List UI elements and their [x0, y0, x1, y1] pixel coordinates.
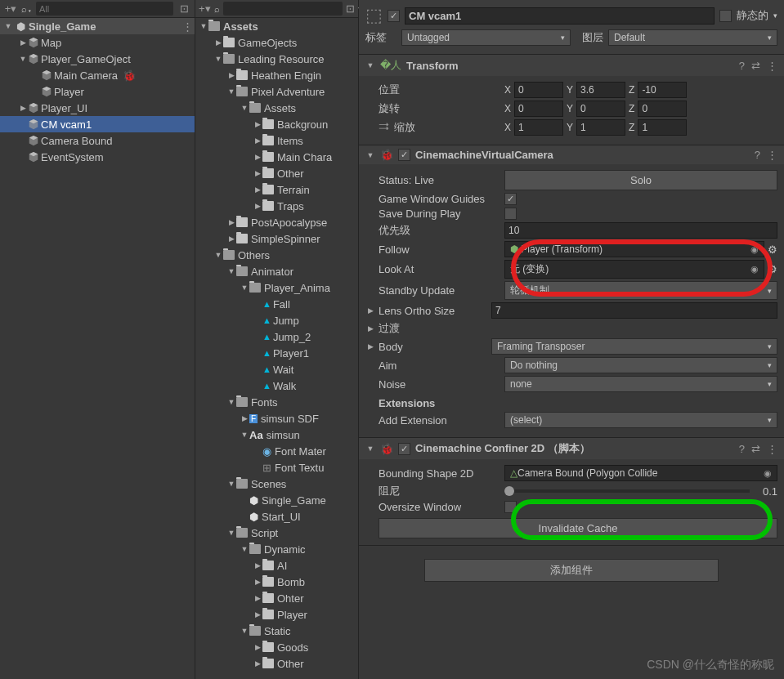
chevron-icon[interactable]: ▼ [240, 284, 249, 292]
hierarchy-search[interactable] [36, 2, 173, 16]
project-item[interactable]: ▼Fonts [195, 394, 358, 410]
damping-slider[interactable] [504, 489, 750, 493]
oversize-checkbox[interactable] [504, 501, 517, 513]
bounds-field[interactable]: △Camera Bound (Polygon Collide◉ [504, 465, 777, 481]
project-item[interactable]: ▲Fall [195, 296, 358, 312]
help-icon[interactable]: ? [755, 149, 760, 161]
project-item[interactable]: ▼Dynamic [195, 541, 358, 557]
project-item[interactable]: ▶GameOjects [195, 34, 358, 51]
hierarchy-item[interactable]: Main Camera🐞 [0, 67, 195, 83]
pos-y[interactable] [576, 82, 625, 98]
scale-z[interactable] [638, 119, 687, 136]
chevron-down-icon[interactable]: ▾ [773, 11, 777, 20]
chevron-icon[interactable]: ▶ [253, 594, 262, 602]
chevron-icon[interactable]: ▼ [240, 104, 249, 112]
project-item[interactable]: ▶Traps [195, 198, 358, 214]
component-enable-checkbox[interactable] [398, 149, 410, 161]
project-item[interactable]: ▼Scenes [195, 476, 358, 492]
project-item[interactable]: ⬢Single_Game [195, 492, 358, 508]
project-item[interactable]: ▶Goods [195, 639, 358, 655]
project-item[interactable]: ▶Ohter [195, 590, 358, 606]
filter-icon[interactable]: ⊡ [177, 2, 191, 15]
project-item[interactable]: ▼Leading Resource [195, 51, 358, 67]
object-name-field[interactable] [405, 7, 715, 25]
chevron-icon[interactable]: ▶ [253, 153, 262, 161]
hierarchy-item[interactable]: ▼Player_GameOject [0, 51, 195, 67]
project-item[interactable]: ▶Other [195, 165, 358, 181]
chevron-right-icon[interactable]: ▶ [365, 324, 375, 333]
body-dropdown[interactable]: Framing Transposer [491, 338, 777, 355]
rot-y[interactable] [576, 101, 625, 117]
invalidate-button[interactable]: Invalidate Cache [379, 518, 777, 538]
project-item[interactable]: ⬢Start_UI [195, 508, 358, 525]
solo-button[interactable]: Solo [504, 170, 777, 190]
scale-y[interactable] [576, 119, 625, 136]
kebab-icon[interactable]: ⋮ [767, 443, 777, 455]
chevron-icon[interactable]: ▶ [18, 38, 28, 47]
noise-dropdown[interactable]: none [504, 376, 777, 392]
saveplay-checkbox[interactable] [504, 208, 517, 220]
project-item[interactable]: ▶Heathen Engin [195, 67, 358, 83]
add-icon[interactable]: +▾ [3, 2, 18, 15]
help-icon[interactable]: ? [739, 60, 745, 72]
project-item[interactable]: ▶Other [195, 655, 358, 672]
chevron-icon[interactable]: ▼ [240, 545, 249, 553]
chevron-icon[interactable]: ▶ [253, 659, 262, 668]
project-item[interactable]: ◉Font Mater [195, 443, 358, 459]
pos-x[interactable] [514, 82, 563, 98]
chevron-icon[interactable]: ▶ [253, 169, 262, 177]
project-item[interactable]: ▶Main Chara [195, 149, 358, 165]
confiner-header[interactable]: ▼ 🐞 Cinemachine Confiner 2D （脚本） ? ⇄ ⋮ [359, 438, 784, 459]
lens-field[interactable] [491, 302, 777, 319]
project-item[interactable]: ▼Animator [195, 263, 358, 279]
chevron-icon[interactable]: ▼ [213, 55, 223, 63]
chevron-down-icon[interactable]: ▼ [199, 22, 208, 30]
active-checkbox[interactable] [388, 10, 400, 22]
follow-field[interactable]: ⬢ Player (Transform)◉ [504, 241, 764, 257]
chevron-icon[interactable]: ▶ [253, 136, 262, 145]
addext-dropdown[interactable]: (select) [504, 412, 777, 428]
object-picker-icon[interactable]: ◉ [750, 264, 759, 275]
chevron-icon[interactable]: ▶ [253, 185, 262, 194]
project-item[interactable]: ▶Items [195, 132, 358, 149]
chevron-icon[interactable]: ▼ [213, 251, 223, 259]
chevron-icon[interactable]: ▶ [213, 38, 223, 47]
chevron-icon[interactable]: ▶ [253, 610, 262, 619]
chevron-icon[interactable]: ▼ [226, 87, 236, 96]
tag-dropdown[interactable]: Untagged [401, 29, 571, 46]
standby-dropdown[interactable]: 轮循机制 [504, 281, 777, 300]
component-enable-checkbox[interactable] [398, 443, 410, 455]
chevron-icon[interactable]: ▶ [253, 578, 262, 586]
hierarchy-item[interactable]: Player [0, 83, 195, 100]
project-item[interactable]: ▶Bomb [195, 574, 358, 590]
chevron-icon[interactable]: ▶ [253, 120, 262, 128]
gear-icon[interactable]: ⚙ [768, 243, 777, 256]
priority-field[interactable] [504, 222, 777, 239]
guides-checkbox[interactable] [504, 193, 517, 205]
aim-dropdown[interactable]: Do nothing [504, 357, 777, 373]
hierarchy-item[interactable]: Camera Bound [0, 132, 195, 149]
chevron-icon[interactable]: ▼ [226, 267, 236, 275]
hierarchy-item[interactable]: ▶Map [0, 34, 195, 51]
chevron-icon[interactable]: ▶ [240, 414, 249, 422]
kebab-icon[interactable]: ⋮ [180, 20, 195, 33]
hierarchy-item[interactable]: ▶Player_UI [0, 100, 195, 116]
project-item[interactable]: ▼Assets [195, 100, 358, 116]
gear-icon[interactable]: ⚙ [768, 263, 777, 275]
project-item[interactable]: ▶Fsimsun SDF [195, 410, 358, 427]
static-checkbox[interactable] [719, 10, 732, 22]
project-item[interactable]: ▶PostApocalypse [195, 214, 358, 230]
rot-x[interactable] [514, 101, 563, 117]
chevron-icon[interactable]: ▶ [18, 104, 28, 112]
chevron-icon[interactable]: ▶ [253, 561, 262, 570]
kebab-icon[interactable]: ⋮ [767, 60, 777, 72]
project-item[interactable]: ▼Others [195, 247, 358, 263]
chevron-right-icon[interactable]: ▶ [365, 306, 375, 315]
chevron-icon[interactable]: ▼ [240, 627, 249, 635]
chevron-icon[interactable]: ▶ [226, 71, 236, 79]
project-item[interactable]: ▶Terrain [195, 181, 358, 198]
object-picker-icon[interactable]: ◉ [750, 244, 759, 255]
project-item[interactable]: ▶SimpleSpinner [195, 230, 358, 247]
help-icon[interactable]: ? [739, 443, 745, 455]
project-item[interactable]: ▶Backgroun [195, 116, 358, 132]
